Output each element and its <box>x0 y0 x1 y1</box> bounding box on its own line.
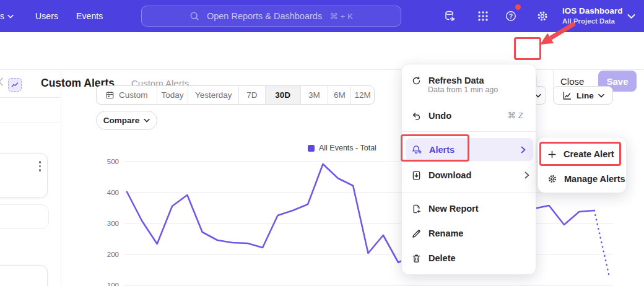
menu-divider <box>402 192 536 193</box>
chart-type-button[interactable]: Line <box>553 86 613 105</box>
line-chart-icon <box>562 90 572 101</box>
refresh-icon <box>411 76 422 86</box>
search-input[interactable]: Open Reports & Dashboards ⌘ + K <box>141 6 401 27</box>
annotation-box-alerts <box>401 134 469 162</box>
svg-text:100: 100 <box>107 282 119 286</box>
trash-icon <box>411 253 422 264</box>
new-report-icon <box>411 204 422 214</box>
menu-divider <box>402 131 536 132</box>
top-nav-bar: s Users Events Open Reports & Dashboards… <box>0 0 644 32</box>
undo-icon <box>411 111 422 121</box>
project-scope: All Project Data <box>562 17 623 26</box>
sidebar-card[interactable] <box>0 153 48 198</box>
date-range-custom[interactable]: Custom <box>97 86 157 104</box>
report-type-icon <box>8 78 22 92</box>
sidebar-right-border <box>61 69 61 286</box>
chart-legend: All Events - Total <box>308 144 376 152</box>
svg-text:200: 200 <box>107 251 119 258</box>
refresh-subtitle: Data from 1 min ago <box>428 85 498 94</box>
sidebar-divider <box>0 123 59 123</box>
chevron-right-icon <box>524 171 529 179</box>
chevron-down-icon <box>7 14 14 19</box>
project-selector[interactable]: iOS Dashboard All Project Data <box>562 5 623 26</box>
date-range-12m[interactable]: 12M <box>350 86 374 104</box>
svg-text:300: 300 <box>107 220 119 227</box>
gear-icon <box>547 174 557 184</box>
date-range-6m[interactable]: 6M <box>328 86 350 104</box>
chevron-right-icon <box>521 146 526 154</box>
date-range-7d[interactable]: 7D <box>238 86 265 104</box>
undo-shortcut: ⌘ Z <box>508 110 524 120</box>
svg-text:500: 500 <box>107 158 119 165</box>
sidebar-card[interactable] <box>0 204 49 229</box>
data-management-icon[interactable] <box>443 10 456 22</box>
sidebar-card[interactable] <box>0 265 48 286</box>
kebab-menu-icon[interactable] <box>39 161 41 171</box>
annotation-box-more-button <box>514 37 541 60</box>
date-range-yesterday[interactable]: Yesterday <box>188 86 238 104</box>
menu-item-delete[interactable]: Delete <box>411 250 456 266</box>
menu-item-new-report[interactable]: New Report <box>411 201 479 217</box>
menu-item-undo[interactable]: Undo <box>411 108 451 124</box>
search-shortcut: ⌘ + K <box>329 11 353 21</box>
submenu-item-manage-alerts[interactable]: Manage Alerts <box>547 171 625 187</box>
menu-item-download[interactable]: Download <box>411 167 528 183</box>
report-header: Custom Alerts Custom Alerts GV Duplicate… <box>0 32 644 69</box>
chevron-down-icon <box>627 14 635 19</box>
date-range-3m[interactable]: 3M <box>300 86 328 104</box>
svg-text:400: 400 <box>107 189 119 196</box>
date-range-control: Custom Today Yesterday 7D 30D 3M 6M 12M <box>96 85 375 105</box>
project-name: iOS Dashboard <box>562 5 623 17</box>
date-range-today[interactable]: Today <box>157 86 188 104</box>
chevron-down-icon <box>598 93 604 98</box>
search-placeholder: Open Reports & Dashboards <box>207 11 322 21</box>
calendar-icon <box>105 90 115 100</box>
pencil-icon <box>411 228 422 239</box>
notification-dot <box>514 3 522 11</box>
nav-item-events[interactable]: Events <box>76 0 103 32</box>
chevron-down-icon <box>144 118 150 123</box>
date-range-30d[interactable]: 30D <box>265 86 300 104</box>
apps-grid-icon[interactable] <box>477 10 489 22</box>
search-icon <box>189 11 199 21</box>
menu-item-rename[interactable]: Rename <box>411 225 463 241</box>
settings-gear-icon[interactable] <box>536 10 549 22</box>
sidebar-divider <box>0 97 60 98</box>
download-icon <box>411 170 422 181</box>
help-icon[interactable]: ? <box>505 10 517 22</box>
legend-swatch <box>308 145 315 152</box>
nav-item-partial[interactable]: s <box>0 0 14 32</box>
legend-label: All Events - Total <box>319 144 376 152</box>
collapse-chevron-icon[interactable] <box>0 77 3 87</box>
nav-item-users[interactable]: Users <box>35 0 58 32</box>
svg-text:?: ? <box>509 13 513 20</box>
more-options-menu: Refresh Data Data from 1 min ago Undo ⌘ … <box>401 64 536 275</box>
annotation-box-create-alert <box>539 142 621 166</box>
compare-button[interactable]: Compare <box>96 111 157 130</box>
